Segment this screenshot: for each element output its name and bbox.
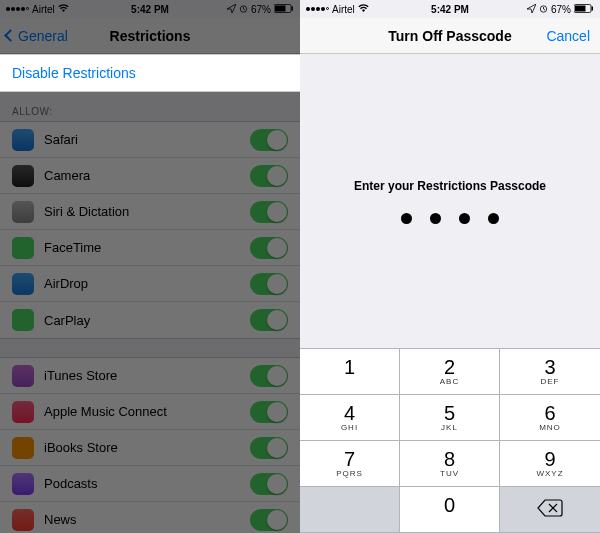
svg-rect-2 — [275, 5, 286, 11]
settings-row[interactable]: iBooks Store — [0, 430, 300, 466]
battery-pct: 67% — [551, 4, 571, 15]
passcode-dot-icon — [401, 213, 412, 224]
signal-dots-icon — [306, 7, 329, 11]
numeric-keypad: 12ABC3DEF4GHI5JKL6MNO7PQRS8TUV9WXYZ0 — [300, 348, 600, 533]
podcasts-icon — [12, 473, 34, 495]
keypad-key-6[interactable]: 6MNO — [500, 395, 600, 441]
battery-pct: 67% — [251, 4, 271, 15]
back-button[interactable]: General — [0, 28, 68, 44]
toggle-switch[interactable] — [250, 129, 288, 151]
wifi-icon — [358, 4, 369, 15]
news-icon — [12, 509, 34, 531]
keypad-key-5[interactable]: 5JKL — [400, 395, 500, 441]
keypad-key-0[interactable]: 0 — [400, 487, 500, 533]
key-number: 6 — [544, 403, 555, 423]
key-letters: DEF — [541, 377, 560, 387]
settings-row[interactable]: AirDrop — [0, 266, 300, 302]
allow-group-1: SafariCameraSiri & DictationFaceTimeAirD… — [0, 121, 300, 339]
toggle-switch[interactable] — [250, 237, 288, 259]
carrier-label: Airtel — [32, 4, 55, 15]
key-number: 8 — [444, 449, 455, 469]
itunes-icon — [12, 365, 34, 387]
facetime-icon — [12, 237, 34, 259]
settings-row[interactable]: News — [0, 502, 300, 533]
wifi-icon — [58, 4, 69, 15]
row-label: CarPlay — [44, 313, 250, 328]
toggle-switch[interactable] — [250, 273, 288, 295]
key-letters: MNO — [539, 423, 561, 433]
settings-row[interactable]: Camera — [0, 158, 300, 194]
alarm-icon — [539, 4, 548, 15]
row-label: iBooks Store — [44, 440, 250, 455]
key-letters: JKL — [441, 423, 458, 433]
toggle-switch[interactable] — [250, 365, 288, 387]
row-label: Siri & Dictation — [44, 204, 250, 219]
keypad-key-1[interactable]: 1 — [300, 349, 400, 395]
chevron-left-icon — [4, 29, 17, 42]
nav-bar: Turn Off Passcode Cancel — [300, 18, 600, 54]
key-letters: WXYZ — [536, 469, 563, 479]
status-time: 5:42 PM — [431, 4, 469, 15]
safari-icon — [12, 129, 34, 151]
page-title: Turn Off Passcode — [388, 28, 511, 44]
keypad-backspace[interactable] — [500, 487, 600, 533]
key-letters: TUV — [440, 469, 459, 479]
settings-row[interactable]: Siri & Dictation — [0, 194, 300, 230]
backspace-icon — [537, 499, 563, 521]
carplay-icon — [12, 309, 34, 331]
passcode-dot-icon — [488, 213, 499, 224]
key-letters: GHI — [341, 423, 358, 433]
back-label: General — [18, 28, 68, 44]
key-letters: ABC — [440, 377, 459, 387]
keypad-key-8[interactable]: 8TUV — [400, 441, 500, 487]
alarm-icon — [239, 4, 248, 15]
keypad-blank — [300, 487, 400, 533]
toggle-switch[interactable] — [250, 201, 288, 223]
toggle-switch[interactable] — [250, 165, 288, 187]
settings-row[interactable]: FaceTime — [0, 230, 300, 266]
section-header-allow: ALLOW: — [0, 92, 300, 121]
settings-row[interactable]: Safari — [0, 122, 300, 158]
passcode-dots — [401, 213, 499, 224]
location-icon — [227, 4, 236, 15]
key-number: 1 — [344, 357, 355, 377]
disable-restrictions-label: Disable Restrictions — [12, 65, 136, 81]
key-number: 5 — [444, 403, 455, 423]
nav-bar: General Restrictions — [0, 18, 300, 54]
airdrop-icon — [12, 273, 34, 295]
cancel-button[interactable]: Cancel — [546, 28, 590, 44]
toggle-switch[interactable] — [250, 473, 288, 495]
row-label: AirDrop — [44, 276, 250, 291]
keypad-key-9[interactable]: 9WXYZ — [500, 441, 600, 487]
settings-row[interactable]: Podcasts — [0, 466, 300, 502]
toggle-switch[interactable] — [250, 509, 288, 531]
passcode-entry-area: Enter your Restrictions Passcode — [300, 54, 600, 348]
settings-row[interactable]: CarPlay — [0, 302, 300, 338]
svg-rect-3 — [292, 6, 294, 10]
settings-row[interactable]: Apple Music Connect — [0, 394, 300, 430]
page-title: Restrictions — [110, 28, 191, 44]
phone-right-passcode: Airtel 5:42 PM 67% Turn Off Passcode Can… — [300, 0, 600, 533]
toggle-switch[interactable] — [250, 401, 288, 423]
settings-row[interactable]: iTunes Store — [0, 358, 300, 394]
toggle-switch[interactable] — [250, 309, 288, 331]
row-label: Camera — [44, 168, 250, 183]
siri-icon — [12, 201, 34, 223]
keypad-key-7[interactable]: 7PQRS — [300, 441, 400, 487]
battery-icon — [274, 4, 294, 15]
toggle-switch[interactable] — [250, 437, 288, 459]
status-time: 5:42 PM — [131, 4, 169, 15]
allow-group-2: iTunes StoreApple Music ConnectiBooks St… — [0, 357, 300, 533]
keypad-key-3[interactable]: 3DEF — [500, 349, 600, 395]
status-bar: Airtel 5:42 PM 67% — [300, 0, 600, 18]
keypad-key-2[interactable]: 2ABC — [400, 349, 500, 395]
svg-rect-7 — [592, 6, 594, 10]
passcode-prompt: Enter your Restrictions Passcode — [354, 179, 546, 193]
disable-restrictions-row[interactable]: Disable Restrictions — [0, 54, 300, 92]
key-number: 0 — [444, 495, 455, 515]
row-label: Apple Music Connect — [44, 404, 250, 419]
keypad-key-4[interactable]: 4GHI — [300, 395, 400, 441]
row-label: News — [44, 512, 250, 527]
row-label: Podcasts — [44, 476, 250, 491]
row-label: iTunes Store — [44, 368, 250, 383]
